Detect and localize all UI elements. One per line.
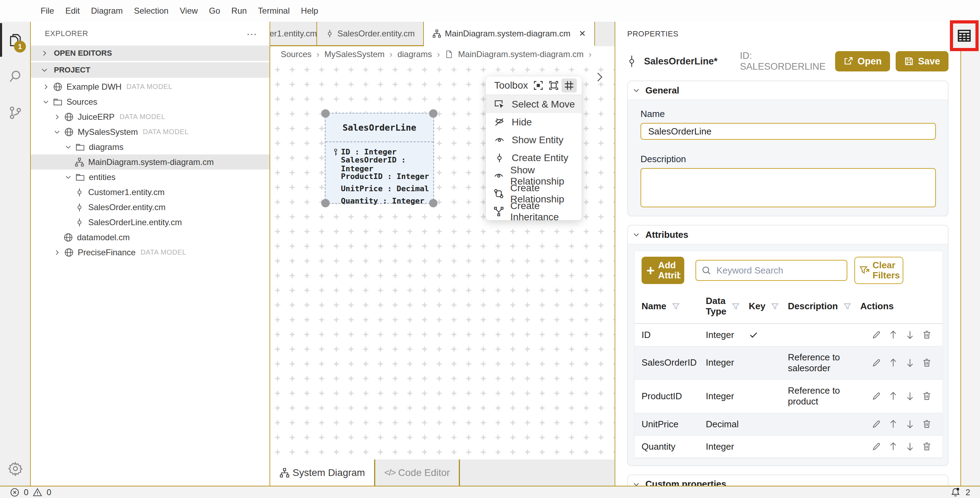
tool-show-entity[interactable]: Show Entity bbox=[486, 131, 582, 149]
description-field[interactable] bbox=[641, 168, 936, 208]
fit-to-selection-icon[interactable] bbox=[531, 78, 546, 93]
attribute-row[interactable]: ProductID Integer Reference to product bbox=[635, 380, 943, 413]
attribute-row[interactable]: Quantity Integer bbox=[635, 435, 943, 458]
tool-select-move[interactable]: Select & Move bbox=[486, 95, 582, 113]
attribute-row[interactable]: ID Integer bbox=[635, 324, 943, 346]
move-down-icon[interactable] bbox=[905, 330, 915, 340]
resize-handle-ne[interactable] bbox=[429, 109, 438, 118]
tab-code-editor[interactable]: </> Code Editor bbox=[375, 460, 460, 486]
menu-view[interactable]: View bbox=[174, 3, 204, 19]
edit-icon[interactable] bbox=[872, 442, 881, 452]
grid-toggle-icon[interactable] bbox=[562, 78, 577, 93]
tree-item-datamodel[interactable]: datamodel.cm bbox=[31, 230, 269, 245]
save-button[interactable]: Save bbox=[896, 51, 948, 72]
search-icon bbox=[701, 265, 711, 276]
diagram-canvas[interactable]: SalesOrderLine ID : Integer SalesOrderID… bbox=[270, 62, 615, 460]
more-actions-icon[interactable]: ··· bbox=[247, 30, 257, 37]
custom-properties-section-header[interactable]: Custom properties bbox=[628, 475, 948, 486]
tree-item-mysalessystem[interactable]: MySalesSystem DATA MODEL bbox=[31, 124, 269, 139]
errors-icon[interactable] bbox=[10, 487, 20, 497]
tree-item-entities[interactable]: entities bbox=[31, 169, 269, 185]
tab-customer1[interactable]: er1.entity.cm bbox=[270, 22, 317, 46]
tool-show-relationship[interactable]: Show Relationship bbox=[486, 167, 582, 185]
activity-explorer-button[interactable]: 1 bbox=[0, 22, 31, 58]
clear-filters-button[interactable]: Clear Filters bbox=[854, 257, 904, 284]
tool-hide[interactable]: Hide bbox=[486, 113, 582, 131]
general-section-header[interactable]: General bbox=[628, 81, 948, 100]
resize-handle-nw[interactable] bbox=[321, 109, 330, 118]
menu-selection[interactable]: Selection bbox=[129, 3, 174, 19]
delete-icon[interactable] bbox=[922, 442, 932, 452]
close-icon[interactable]: ✕ bbox=[579, 29, 586, 38]
menu-diagram[interactable]: Diagram bbox=[85, 3, 129, 19]
tree-item-maindiagram[interactable]: MainDiagram.system-diagram.cm bbox=[31, 155, 269, 169]
edit-icon[interactable] bbox=[872, 358, 881, 368]
tree-item-juiceerp[interactable]: JuiceERP DATA MODEL bbox=[31, 109, 269, 124]
tool-create-entity[interactable]: Create Entity bbox=[486, 149, 582, 167]
tree-item-diagrams[interactable]: diagrams bbox=[31, 139, 269, 155]
attribute-row[interactable]: SalesOrderID Integer Reference to saleso… bbox=[635, 346, 943, 379]
breadcrumb-item[interactable]: MySalesSystem bbox=[325, 49, 385, 59]
attributes-section-header[interactable]: Attributes bbox=[628, 225, 948, 244]
resize-handle-se[interactable] bbox=[429, 199, 438, 208]
collapse-panel-chevron-icon[interactable] bbox=[593, 70, 606, 84]
move-up-icon[interactable] bbox=[888, 358, 898, 368]
tree-item-salesorder[interactable]: SalesOrder.entity.cm bbox=[31, 200, 269, 215]
activity-search-button[interactable] bbox=[0, 58, 31, 94]
edit-icon[interactable] bbox=[872, 330, 881, 340]
move-up-icon[interactable] bbox=[888, 391, 898, 401]
move-up-icon[interactable] bbox=[888, 330, 898, 340]
tab-system-diagram[interactable]: System Diagram bbox=[270, 460, 375, 486]
menu-edit[interactable]: Edit bbox=[60, 3, 85, 19]
move-down-icon[interactable] bbox=[905, 358, 915, 368]
tree-item-example-dwh[interactable]: Example DWH DATA MODEL bbox=[31, 79, 269, 94]
move-down-icon[interactable] bbox=[905, 419, 915, 429]
add-attribute-button[interactable]: + Add Attribute bbox=[641, 257, 684, 284]
delete-icon[interactable] bbox=[922, 419, 932, 429]
tree-item-sources[interactable]: Sources bbox=[31, 94, 269, 109]
warnings-icon[interactable] bbox=[33, 487, 42, 497]
breadcrumb-item[interactable]: diagrams bbox=[397, 49, 432, 59]
activity-source-control-button[interactable] bbox=[0, 94, 31, 131]
tool-create-relationship[interactable]: Create Relationship bbox=[486, 185, 582, 203]
tab-salesorder[interactable]: SalesOrder.entity.cm bbox=[317, 22, 424, 46]
resize-handle-sw[interactable] bbox=[321, 199, 330, 208]
delete-icon[interactable] bbox=[922, 391, 932, 401]
name-field[interactable] bbox=[641, 123, 936, 140]
bell-icon[interactable] bbox=[950, 487, 961, 498]
menu-file[interactable]: File bbox=[35, 3, 60, 19]
filter-icon[interactable] bbox=[843, 303, 851, 310]
breadcrumb-item[interactable]: MainDiagram.system-diagram.cm bbox=[458, 49, 584, 59]
edit-icon[interactable] bbox=[872, 419, 881, 429]
tool-create-inheritance[interactable]: Create Inheritance bbox=[486, 203, 582, 220]
attribute-row[interactable]: UnitPrice Decimal bbox=[635, 413, 943, 435]
settings-button[interactable] bbox=[0, 461, 31, 476]
section-open-editors[interactable]: OPEN EDITORS bbox=[31, 46, 269, 61]
move-down-icon[interactable] bbox=[905, 391, 915, 401]
fit-to-screen-icon[interactable] bbox=[546, 78, 562, 93]
delete-icon[interactable] bbox=[922, 358, 932, 368]
menu-help[interactable]: Help bbox=[295, 3, 324, 19]
tree-item-precisefinance[interactable]: PreciseFinance DATA MODEL bbox=[31, 245, 269, 260]
tab-maindiagram[interactable]: MainDiagram.system-diagram.cm ✕ bbox=[424, 22, 595, 46]
properties-table-icon[interactable] bbox=[956, 28, 972, 43]
tree-item-customer1[interactable]: Customer1.entity.cm bbox=[31, 185, 269, 200]
tree-item-salesorderline[interactable]: SalesOrderLine.entity.cm bbox=[31, 215, 269, 230]
filter-icon[interactable] bbox=[771, 303, 779, 310]
move-down-icon[interactable] bbox=[905, 442, 915, 452]
attribute-search-input[interactable] bbox=[695, 260, 847, 281]
entity-node-salesorderline[interactable]: SalesOrderLine ID : Integer SalesOrderID… bbox=[325, 113, 434, 204]
filter-icon[interactable] bbox=[732, 303, 740, 310]
edit-icon[interactable] bbox=[872, 391, 881, 401]
menu-go[interactable]: Go bbox=[204, 3, 226, 19]
move-up-icon[interactable] bbox=[888, 442, 898, 452]
menu-run[interactable]: Run bbox=[226, 3, 252, 19]
delete-icon[interactable] bbox=[922, 330, 932, 340]
open-button[interactable]: Open bbox=[835, 51, 890, 72]
filter-icon[interactable] bbox=[672, 303, 680, 310]
section-project[interactable]: PROJECT bbox=[31, 62, 269, 78]
selected-entity-id: ID: SALESORDERLINE bbox=[740, 50, 829, 72]
menu-terminal[interactable]: Terminal bbox=[252, 3, 295, 19]
move-up-icon[interactable] bbox=[888, 419, 898, 429]
breadcrumb-item[interactable]: Sources bbox=[281, 49, 312, 59]
